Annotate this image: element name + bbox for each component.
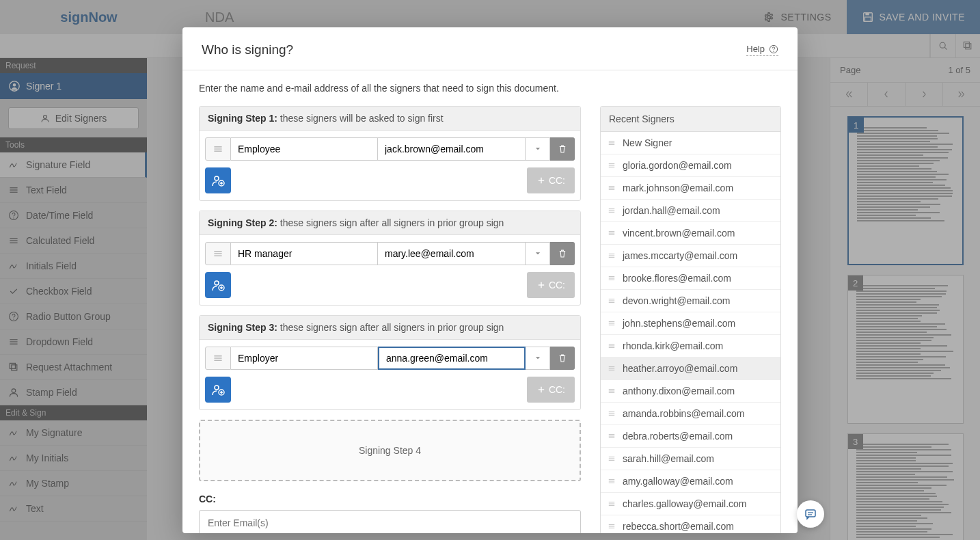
delete-signer-button[interactable] bbox=[550, 137, 575, 161]
recent-email: james.mccarty@email.com bbox=[623, 250, 737, 261]
recent-signer-item[interactable]: charles.galloway@email.com bbox=[601, 493, 780, 515]
cc-label: CC: bbox=[199, 494, 581, 504]
recent-email: mark.johnson@email.com bbox=[623, 183, 733, 193]
recent-signer-item[interactable]: heather.arroyo@email.com bbox=[601, 357, 780, 380]
recent-email: amanda.robbins@email.com bbox=[623, 408, 744, 419]
caret-down-icon bbox=[534, 250, 541, 257]
recent-signer-item[interactable]: anthony.dixon@email.com bbox=[601, 380, 780, 403]
recent-signer-item[interactable]: devon.wright@email.com bbox=[601, 290, 780, 312]
signer-options-dropdown[interactable] bbox=[526, 137, 550, 161]
signer-name-input[interactable] bbox=[231, 347, 378, 370]
delete-signer-button[interactable] bbox=[550, 242, 575, 265]
add-cc-button[interactable]: CC: bbox=[527, 377, 575, 403]
cc-btn-label: CC: bbox=[549, 384, 565, 395]
recent-email: jordan.hall@email.com bbox=[623, 205, 720, 216]
grip-icon bbox=[213, 353, 223, 364]
grip-icon bbox=[608, 342, 616, 350]
grip-icon bbox=[608, 319, 616, 327]
recent-signer-item[interactable]: jordan.hall@email.com bbox=[601, 200, 780, 222]
chat-fab[interactable] bbox=[797, 500, 824, 528]
delete-signer-button[interactable] bbox=[550, 347, 575, 370]
recent-email: anthony.dixon@email.com bbox=[623, 386, 735, 396]
recent-signer-item[interactable]: amy.galloway@email.com bbox=[601, 470, 780, 493]
grip-icon bbox=[608, 364, 616, 373]
recent-email: john.stephens@email.com bbox=[623, 318, 735, 329]
grip-icon bbox=[608, 139, 616, 147]
caret-down-icon bbox=[534, 146, 541, 152]
grip-icon bbox=[608, 477, 616, 485]
recent-signer-item[interactable]: mark.johnson@email.com bbox=[601, 177, 780, 200]
caret-down-icon bbox=[534, 355, 541, 362]
recent-signer-item[interactable]: john.stephens@email.com bbox=[601, 312, 780, 335]
recent-signer-item[interactable]: james.mccarty@email.com bbox=[601, 245, 780, 267]
signing-step-card: Signing Step 3: these signers sign after… bbox=[199, 315, 581, 410]
grip-icon bbox=[608, 297, 616, 305]
help-icon bbox=[769, 44, 778, 54]
grip-icon bbox=[608, 522, 616, 530]
add-signer-button[interactable] bbox=[205, 167, 231, 193]
plus-icon bbox=[536, 280, 546, 290]
recent-email: heather.arroyo@email.com bbox=[623, 363, 737, 374]
grip-icon bbox=[608, 252, 616, 260]
recent-email: gloria.gordon@email.com bbox=[623, 160, 732, 171]
modal-subtitle: Enter the name and e-mail address of all… bbox=[199, 83, 781, 94]
add-signer-button[interactable] bbox=[205, 377, 231, 403]
signer-name-input[interactable] bbox=[231, 242, 378, 265]
recent-email: charles.galloway@email.com bbox=[623, 498, 747, 509]
recent-signer-item[interactable]: debra.roberts@email.com bbox=[601, 425, 780, 448]
recent-signer-item[interactable]: gloria.gordon@email.com bbox=[601, 154, 780, 177]
recent-signer-item[interactable]: amanda.robbins@email.com bbox=[601, 403, 780, 425]
drag-handle[interactable] bbox=[205, 347, 231, 370]
cc-input[interactable] bbox=[199, 510, 581, 533]
add-person-icon bbox=[211, 383, 225, 396]
signer-email-input[interactable] bbox=[378, 347, 526, 370]
recent-signer-item[interactable]: brooke.flores@email.com bbox=[601, 267, 780, 290]
new-signer-item[interactable]: New Signer bbox=[601, 132, 780, 154]
step-header: Signing Step 3: these signers sign after… bbox=[200, 316, 580, 340]
signer-email-input[interactable] bbox=[378, 137, 526, 161]
plus-icon bbox=[536, 176, 546, 185]
recent-email: rhonda.kirk@email.com bbox=[623, 340, 723, 351]
signer-options-dropdown[interactable] bbox=[526, 242, 550, 265]
recent-signer-item[interactable]: sarah.hill@email.com bbox=[601, 448, 780, 470]
recent-signer-item[interactable]: vincent.brown@email.com bbox=[601, 222, 780, 245]
step-header: Signing Step 2: these signers sign after… bbox=[200, 211, 580, 235]
help-label: Help bbox=[746, 44, 765, 54]
add-cc-button[interactable]: CC: bbox=[527, 272, 575, 298]
grip-icon bbox=[608, 184, 616, 192]
step-header: Signing Step 1: these signers will be as… bbox=[200, 107, 580, 131]
trash-icon bbox=[558, 249, 567, 258]
add-cc-button[interactable]: CC: bbox=[527, 167, 575, 193]
recent-email: debra.roberts@email.com bbox=[623, 431, 733, 442]
signing-step-card: Signing Step 2: these signers sign after… bbox=[199, 211, 581, 306]
plus-icon bbox=[536, 385, 546, 394]
recent-email: sarah.hill@email.com bbox=[623, 453, 714, 464]
grip-icon bbox=[608, 206, 616, 215]
add-signer-button[interactable] bbox=[205, 272, 231, 298]
add-signing-step[interactable]: Signing Step 4 bbox=[199, 420, 581, 481]
cc-btn-label: CC: bbox=[549, 280, 565, 291]
grip-icon bbox=[608, 229, 616, 237]
grip-icon bbox=[213, 248, 223, 259]
recent-email: devon.wright@email.com bbox=[623, 295, 730, 306]
recent-email: vincent.brown@email.com bbox=[623, 228, 735, 239]
placeholder-label: Signing Step 4 bbox=[359, 445, 421, 456]
signing-modal: Who is signing? Help Enter the name and … bbox=[182, 27, 798, 533]
help-link[interactable]: Help bbox=[746, 44, 778, 56]
grip-icon bbox=[608, 432, 616, 440]
recent-signer-item[interactable]: rhonda.kirk@email.com bbox=[601, 335, 780, 357]
recent-email: amy.galloway@email.com bbox=[623, 476, 733, 487]
drag-handle[interactable] bbox=[205, 137, 231, 161]
recent-signers-header: Recent Signers bbox=[601, 107, 780, 132]
grip-icon bbox=[608, 409, 616, 418]
grip-icon bbox=[608, 500, 616, 508]
recent-signer-item[interactable]: rebecca.short@email.com bbox=[601, 515, 780, 533]
cc-btn-label: CC: bbox=[549, 175, 565, 186]
grip-icon bbox=[213, 144, 223, 154]
signer-email-input[interactable] bbox=[378, 242, 526, 265]
chat-icon bbox=[804, 507, 817, 521]
signer-options-dropdown[interactable] bbox=[526, 347, 550, 370]
drag-handle[interactable] bbox=[205, 242, 231, 265]
signer-name-input[interactable] bbox=[231, 137, 378, 161]
grip-icon bbox=[608, 274, 616, 282]
